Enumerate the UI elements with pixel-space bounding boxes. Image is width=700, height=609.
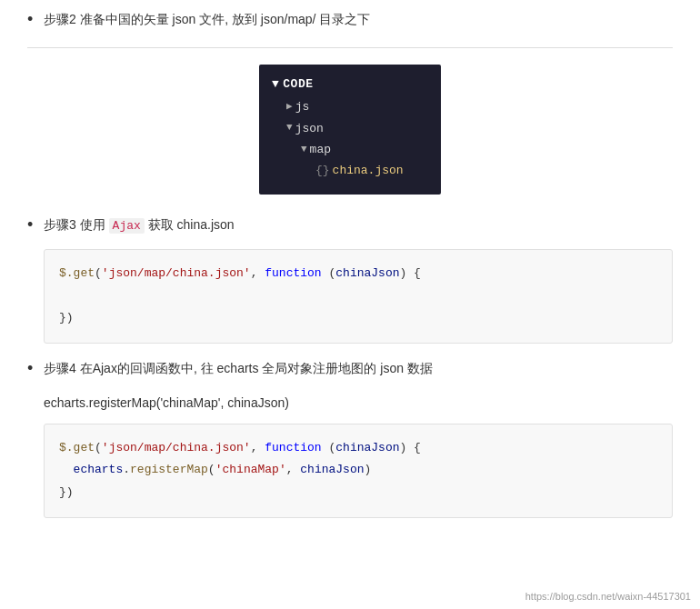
code2-dot: . — [123, 463, 130, 476]
step3-code-wrapper: $.get('json/map/china.json', function (c… — [44, 249, 673, 344]
code2-param-chinajson: chinaJson — [335, 441, 399, 454]
bullet-dot-4: • — [27, 360, 44, 376]
step3-item: • 步骤3 使用 Ajax 获取 china.json — [27, 215, 673, 236]
step3-text: 步骤3 使用 Ajax 获取 china.json — [44, 215, 235, 236]
code-paren-open: ( — [95, 266, 102, 280]
code2-reg-paren-close: ) — [365, 463, 372, 476]
code-function-keyword: function — [265, 266, 321, 280]
code-path-string: 'json/map/china.json' — [102, 266, 251, 280]
code2-line-3: }) — [59, 482, 657, 504]
tree-arrow-js: ▶ — [286, 98, 293, 116]
code2-line-2: echarts.registerMap('chinaMap', chinaJso… — [59, 459, 657, 482]
file-tree-container: ▼ CODE ▶ js ▼ json ▼ map {} china.json — [27, 65, 673, 195]
step2-item: • 步骤2 准备中国的矢量 json 文件, 放到 json/map/ 目录之下 — [27, 9, 673, 31]
code-space-paren: ( — [322, 266, 336, 280]
code2-echarts-obj: echarts — [74, 463, 124, 476]
step4-item: • 步骤4 在Ajax的回调函数中, 往 echarts 全局对象注册地图的 j… — [27, 358, 673, 380]
code2-reg-comma: , — [286, 463, 301, 476]
tree-arrow-map: ▼ — [301, 141, 307, 159]
tree-root: ▼ CODE — [272, 74, 423, 95]
code-line-1: $.get('json/map/china.json', function (c… — [59, 263, 657, 285]
code2-comma: , — [251, 441, 265, 454]
step4-text: 步骤4 在Ajax的回调函数中, 往 echarts 全局对象注册地图的 jso… — [44, 358, 433, 380]
tree-json: ▼ json — [272, 118, 423, 139]
tree-folder-map: map — [310, 139, 331, 160]
tree-brace-icon: {} — [315, 160, 330, 181]
code2-chinamap-string: 'chinaMap' — [215, 463, 286, 476]
step4-code-wrapper: $.get('json/map/china.json', function (c… — [44, 424, 673, 518]
page-content: • 步骤2 准备中国的矢量 json 文件, 放到 json/map/ 目录之下… — [0, 0, 700, 551]
code2-paren-open: ( — [95, 441, 102, 454]
code-comma: , — [251, 266, 265, 280]
code-block-2: $.get('json/map/china.json', function (c… — [44, 424, 673, 518]
code-paren-close: ) { — [400, 266, 421, 280]
tree-root-label: CODE — [283, 74, 313, 95]
step2-text: 步骤2 准备中国的矢量 json 文件, 放到 json/map/ 目录之下 — [44, 9, 370, 31]
code2-reg-paren-open: ( — [208, 463, 215, 476]
file-tree-box: ▼ CODE ▶ js ▼ json ▼ map {} china.json — [259, 65, 441, 195]
watermark: https://blog.csdn.net/waixn-44517301 — [525, 591, 691, 602]
code-close-brace: }) — [59, 311, 74, 324]
code2-indent — [59, 463, 74, 476]
code2-paren-close: ) { — [400, 441, 421, 454]
tree-file-chinajson: china.json — [333, 160, 404, 181]
code-block-1: $.get('json/map/china.json', function (c… — [44, 249, 673, 344]
code-line-3: }) — [59, 307, 657, 330]
step3-ajax-code: Ajax — [109, 218, 145, 234]
code2-line-1: $.get('json/map/china.json', function (c… — [59, 437, 657, 460]
tree-arrow-json: ▼ — [286, 119, 293, 137]
tree-js: ▶ js — [272, 96, 423, 117]
tree-map: ▼ map — [272, 139, 423, 160]
tree-chinajson: {} china.json — [272, 160, 423, 181]
bullet-dot-3: • — [27, 216, 44, 233]
code2-register-method: registerMap — [130, 463, 208, 476]
code2-space-paren: ( — [322, 441, 336, 454]
step4-inline-wrapper: echarts.registerMap('chinaMap', chinaJso… — [44, 393, 673, 414]
code2-path-string: 'json/map/china.json' — [102, 441, 251, 454]
code2-function-keyword: function — [265, 441, 321, 454]
tree-folder-js: js — [295, 96, 310, 117]
code-get-method: $.get — [59, 266, 95, 280]
code2-get-method: $.get — [59, 441, 95, 454]
step4-inline-text: echarts.registerMap('chinaMap', chinaJso… — [44, 393, 673, 414]
divider — [27, 47, 673, 48]
code-param-chinajson: chinaJson — [335, 266, 399, 280]
tree-folder-json: json — [295, 118, 324, 139]
code-line-2 — [59, 285, 657, 308]
code2-end-brace: }) — [59, 485, 74, 499]
code2-chinajson-param: chinaJson — [300, 463, 364, 476]
tree-root-arrow: ▼ — [272, 74, 279, 95]
bullet-dot-2: • — [27, 11, 44, 27]
